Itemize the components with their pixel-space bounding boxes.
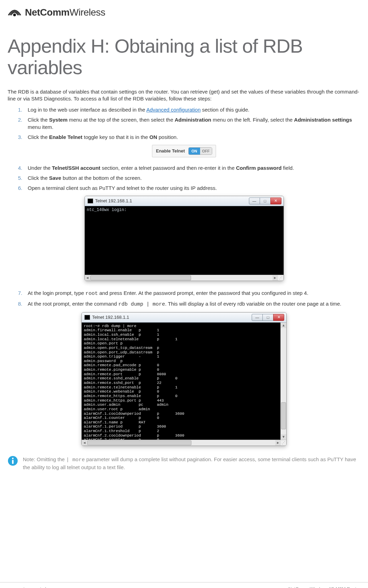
step-6: Open a terminal client such as PuTTY and… — [18, 184, 360, 192]
footer-url: www.netcommwireless.com — [8, 586, 63, 588]
info-icon — [8, 456, 18, 471]
scroll-left-icon[interactable]: ◄ — [85, 275, 90, 281]
page-footer: www.netcommwireless.com v1.0 NetComm Wir… — [0, 582, 368, 588]
cmd-icon — [84, 315, 90, 320]
vertical-scrollbar[interactable]: ▲ ▼ — [280, 323, 286, 440]
window-titlebar: Telnet 192.168.1.1 — □ ✕ — [82, 313, 286, 323]
svg-point-2 — [12, 457, 14, 459]
terminal-window-login: Telnet 192.168.1.1 — □ ✕ ntc_140wx login… — [84, 196, 284, 281]
window-title: Telnet 192.168.1.1 — [95, 198, 132, 203]
step-4: Under the Telnet/SSH account section, en… — [18, 164, 360, 172]
svg-rect-3 — [12, 460, 14, 464]
maximize-button[interactable]: □ — [262, 314, 273, 321]
scroll-left-icon[interactable]: ◄ — [82, 440, 87, 446]
resize-grip-icon[interactable]: ⋰ — [281, 440, 286, 446]
terminal-output: root:~# rdb dump | more admin.firewall.e… — [82, 323, 280, 440]
step-3: Click the Enable Telnet toggle key so th… — [18, 133, 360, 141]
netcomm-logo-icon — [8, 7, 21, 18]
maximize-button[interactable]: □ — [260, 198, 271, 204]
terminal-window-rdb: Telnet 192.168.1.1 — □ ✕ root:~# rdb dum… — [81, 312, 287, 446]
resize-grip-icon[interactable]: ⋰ — [278, 275, 284, 281]
horizontal-scrollbar[interactable]: ◄ ► ⋰ — [85, 275, 284, 281]
brand-header: NetCommWireless — [8, 7, 360, 18]
window-title: Telnet 192.168.1.1 — [92, 315, 129, 320]
advanced-config-link[interactable]: Advanced configuration — [146, 107, 201, 113]
enable-telnet-figure: Enable Telnet ON OFF — [8, 145, 360, 157]
intro-paragraph: The RDB is a database of variables that … — [8, 88, 360, 103]
scroll-right-icon[interactable]: ► — [272, 275, 278, 281]
close-button[interactable]: ✕ — [270, 198, 281, 204]
footer-product: NetComm Wireless 4G M2M Router — [288, 586, 360, 588]
step-1: Log in to the web user interface as desc… — [18, 106, 360, 113]
toggle-label: Enable Telnet — [156, 148, 185, 153]
step-8: At the root prompt, enter the command rd… — [18, 300, 360, 308]
page-title: Appendix H: Obtaining a list of RDB vari… — [8, 35, 360, 78]
scroll-down-icon[interactable]: ▼ — [281, 434, 286, 440]
scroll-up-icon[interactable]: ▲ — [281, 323, 286, 328]
note-text: Note: Omitting the | more parameter will… — [23, 456, 360, 471]
enable-telnet-toggle[interactable]: Enable Telnet ON OFF — [152, 145, 216, 157]
minimize-button[interactable]: — — [252, 314, 263, 321]
close-button[interactable]: ✕ — [273, 314, 284, 321]
toggle-switch[interactable]: ON OFF — [188, 147, 212, 155]
svg-point-0 — [13, 14, 16, 16]
brand-text: NetCommWireless — [25, 7, 105, 18]
note-block: Note: Omitting the | more parameter will… — [8, 456, 360, 471]
step-2: Click the System menu at the top of the … — [18, 116, 360, 131]
cmd-icon — [88, 199, 93, 203]
telnet-login-figure: Telnet 192.168.1.1 — □ ✕ ntc_140wx login… — [8, 196, 360, 282]
scroll-right-icon[interactable]: ► — [275, 440, 281, 446]
step-5: Click the Save button at the bottom of t… — [18, 174, 360, 182]
terminal-output: ntc_140wx login: — [85, 206, 284, 275]
rdb-dump-figure: Telnet 192.168.1.1 — □ ✕ root:~# rdb dum… — [8, 312, 360, 447]
step-7: At the login prompt, type root and press… — [18, 289, 360, 297]
horizontal-scrollbar[interactable]: ◄ ► ⋰ — [82, 440, 286, 446]
window-titlebar: Telnet 192.168.1.1 — □ ✕ — [85, 196, 284, 206]
minimize-button[interactable]: — — [249, 198, 260, 204]
